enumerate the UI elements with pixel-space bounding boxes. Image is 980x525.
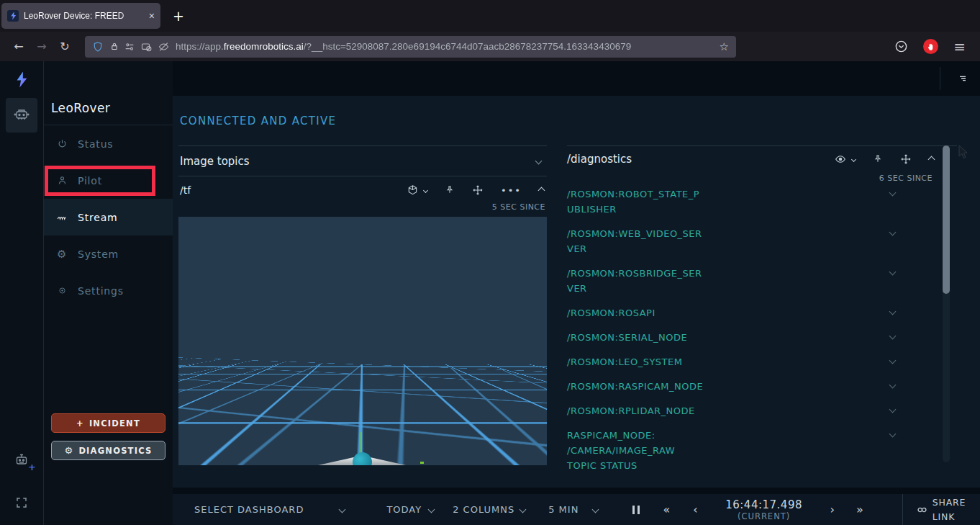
sidebar-item-stream[interactable]: Stream [44, 199, 173, 235]
topic-name: /ROSMON:ROSAPI [567, 305, 706, 320]
topic-row[interactable]: /ROSMON:WEB_VIDEO_SERVER [567, 226, 957, 256]
tf-3d-viewport[interactable] [178, 217, 547, 465]
chevron-down-icon[interactable] [889, 229, 897, 236]
status-power-icon [56, 138, 68, 150]
adblocker-icon[interactable] [923, 39, 938, 54]
pin-icon[interactable] [873, 153, 883, 165]
diagnostics-since-label: 6 SEC SINCE [567, 174, 933, 184]
step-forward-button[interactable]: › [830, 503, 835, 516]
chevron-down-icon[interactable] [889, 189, 897, 197]
permission-icons[interactable] [124, 41, 170, 53]
url-scheme: https://app. [176, 41, 224, 52]
device-name: LeoRover [51, 101, 173, 115]
plus-icon: + [76, 418, 84, 428]
freedom-robotics-app: + LeoRover Status Pilot Stream [0, 61, 980, 525]
layout-filter-icon[interactable] [956, 73, 969, 84]
freedom-robotics-favicon [7, 10, 19, 22]
step-back-button[interactable]: ‹ [693, 503, 697, 516]
url-text: https://app.freedomrobotics.ai/?__hstc=5… [176, 41, 715, 52]
topic-row[interactable]: /ROSMON:SERIAL_NODE [567, 330, 957, 345]
browser-tab[interactable]: LeoRover Device: FREED × [1, 3, 160, 29]
tracking-shield-icon[interactable] [92, 41, 104, 53]
rewind-button[interactable]: « [663, 503, 670, 516]
mouse-cursor [958, 145, 968, 159]
lock-icon[interactable] [109, 41, 119, 52]
fast-forward-button[interactable]: » [856, 503, 863, 516]
collapse-chevron-up-icon[interactable] [928, 156, 935, 163]
tf-since-label: 5 SEC SINCE [178, 202, 545, 212]
add-device-robot-icon[interactable]: + [12, 452, 31, 469]
device-rover-icon[interactable] [6, 98, 37, 133]
select-dashboard-dropdown[interactable]: SELECT DASHBOARD [194, 504, 345, 515]
chevron-down-icon[interactable] [889, 333, 897, 340]
time-window-dropdown[interactable]: 5 MIN [548, 504, 598, 515]
gears-icon: ⚙ [65, 446, 74, 455]
chevron-down-icon [851, 156, 856, 161]
tab-title: LeoRover Device: FREED [24, 11, 146, 21]
tab-close-icon[interactable]: × [149, 10, 155, 22]
columns-dropdown[interactable]: 2 COLUMNS [453, 504, 525, 515]
sidebar-item-status[interactable]: Status [44, 125, 173, 162]
sidebar-item-pilot[interactable]: Pilot [44, 162, 173, 199]
pin-icon[interactable] [445, 184, 455, 196]
topic-row[interactable]: /ROSMON:ROSBRIDGE_SERVER [567, 266, 957, 296]
share-link-button[interactable]: SHARE LINK [917, 495, 971, 524]
bookmark-star-icon[interactable]: ☆ [720, 40, 729, 53]
collapse-chevron-up-icon[interactable] [538, 187, 545, 194]
url-bar[interactable]: https://app.freedomrobotics.ai/?__hstc=5… [85, 36, 736, 58]
visibility-eye-dropdown[interactable] [833, 153, 856, 165]
incident-button[interactable]: + INCIDENT [51, 413, 165, 433]
chevron-down-icon[interactable] [889, 308, 897, 315]
rail-bottom-icons: + [12, 452, 31, 525]
view-3d-cube-dropdown[interactable] [406, 184, 427, 197]
hamburger-menu-icon[interactable]: ≡ [953, 38, 966, 55]
chevron-down-icon [592, 506, 599, 513]
date-range-dropdown[interactable]: TODAY [386, 504, 434, 515]
chevron-down-icon[interactable] [889, 357, 897, 364]
back-button[interactable]: ← [7, 37, 30, 57]
freedom-logo-bolt-icon[interactable] [14, 71, 30, 89]
bottom-bar-divider [902, 494, 903, 525]
sidebar-item-label: System [78, 248, 119, 260]
sidebar-item-system[interactable]: ⚙ System [44, 235, 173, 272]
pause-button[interactable] [632, 506, 640, 514]
more-options-icon[interactable]: ••• [501, 185, 522, 196]
chevron-down-icon [428, 506, 435, 513]
device-sidebar: LeoRover Status Pilot Stream ⚙ System [43, 61, 173, 525]
playback-bottom-bar: SELECT DASHBOARD TODAY 2 COLUMNS 5 MIN «… [173, 494, 980, 525]
topic-row[interactable]: /ROSMON:ROSAPI [567, 305, 957, 320]
topic-row[interactable]: /ROSMON:RPLIDAR_NODE [567, 403, 957, 418]
chevron-down-icon[interactable] [535, 158, 543, 165]
chevron-down-icon[interactable] [889, 406, 897, 413]
sidebar-item-settings[interactable]: Settings [44, 272, 173, 309]
add-plus-badge: + [28, 462, 36, 472]
forward-button[interactable]: → [30, 37, 53, 57]
diagnostics-label: DIAGNOSTICS [78, 446, 152, 456]
chevron-down-icon[interactable] [889, 269, 897, 276]
date-range-label: TODAY [386, 504, 422, 515]
connection-status-banner: CONNECTED AND ACTIVE [180, 115, 980, 126]
timestamp-current-label: (CURRENT) [738, 511, 790, 521]
chevron-down-icon[interactable] [889, 382, 897, 389]
new-tab-button[interactable]: + [166, 3, 191, 29]
pocket-icon[interactable] [894, 40, 908, 53]
image-topics-panel-header[interactable]: Image topics [178, 145, 547, 176]
settings-dial-icon [56, 285, 68, 297]
right-column: /diagnostics [567, 145, 957, 483]
fullscreen-icon[interactable] [15, 496, 28, 509]
reload-button[interactable]: ↻ [53, 37, 76, 57]
diagnostics-button[interactable]: ⚙ DIAGNOSTICS [51, 441, 165, 460]
topic-name: /ROSMON:ROBOT_STATE_PUBLISHER [567, 187, 706, 217]
move-icon[interactable] [472, 184, 484, 196]
chevron-down-icon[interactable] [889, 431, 897, 438]
topic-row[interactable]: /ROSMON:LEO_SYSTEM [567, 354, 957, 369]
grid-horizon-line [178, 366, 547, 367]
topic-name: RASPICAM_NODE: /CAMERA/IMAGE_RAW TOPIC S… [567, 428, 706, 473]
topic-row[interactable]: /ROSMON:ROBOT_STATE_PUBLISHER [567, 187, 957, 217]
move-icon[interactable] [900, 153, 912, 165]
browser-tab-bar: LeoRover Device: FREED × + [0, 0, 980, 32]
scrollbar-thumb[interactable] [943, 145, 950, 294]
time-window-label: 5 MIN [548, 504, 579, 515]
topic-row[interactable]: RASPICAM_NODE: /CAMERA/IMAGE_RAW TOPIC S… [567, 428, 957, 473]
topic-row[interactable]: /ROSMON:RASPICAM_NODE [567, 379, 957, 394]
